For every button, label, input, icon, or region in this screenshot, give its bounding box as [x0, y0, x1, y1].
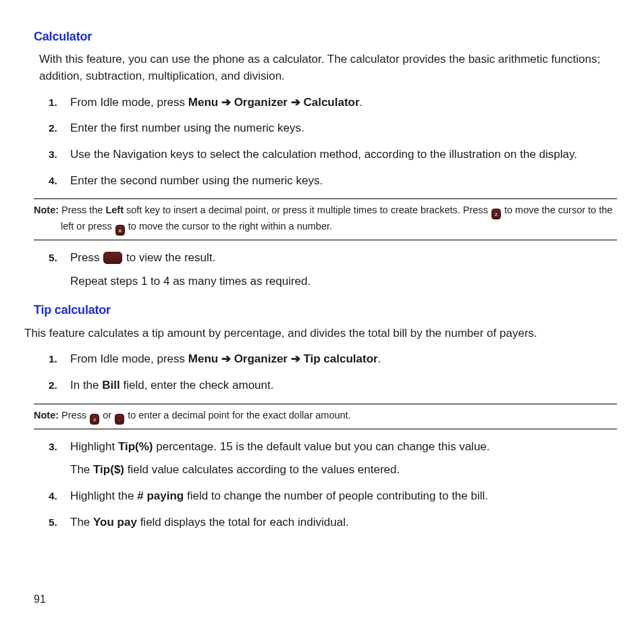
tip-heading: Tip calculator: [34, 302, 617, 318]
step-number: 5.: [49, 514, 70, 531]
step-number: 2.: [49, 377, 70, 394]
step-body: Enter the second number using the numeri…: [70, 173, 617, 190]
step-number: 4.: [49, 173, 70, 190]
step-body: Highlight Tip(%) percentage. 15 is the d…: [70, 439, 617, 479]
calculator-intro: With this feature, you can use the phone…: [39, 51, 617, 84]
step-number: 1.: [49, 95, 70, 111]
star-key-icon: z: [90, 414, 99, 425]
hash-key-icon: a: [115, 225, 125, 236]
ok-key-icon: [103, 252, 122, 264]
step-body: From Idle mode, press Menu ➔ Organizer ➔…: [70, 351, 617, 368]
step-body: Use the Navigation keys to select the ca…: [70, 146, 617, 163]
step-body: Enter the first number using the numeric…: [70, 120, 617, 137]
step-number: 4.: [49, 488, 70, 505]
step-number: 5.: [49, 250, 70, 290]
tip-intro: This feature calculates a tip amount by …: [24, 325, 617, 342]
step-number: 1.: [49, 351, 70, 368]
dot-key-icon: .: [115, 414, 124, 425]
step-body: In the Bill field, enter the check amoun…: [70, 377, 617, 394]
step-body: The You pay field displays the total for…: [70, 514, 617, 531]
note-label: Note:: [34, 205, 59, 215]
page-number: 91: [34, 592, 46, 607]
step-number: 3.: [49, 439, 70, 479]
step-body: From Idle mode, press Menu ➔ Organizer ➔…: [70, 95, 617, 111]
calculator-heading: Calculator: [34, 28, 617, 45]
step-body: Highlight the # paying field to change t…: [70, 488, 617, 505]
tip-note: Note: Press z or . to enter a decimal po…: [34, 404, 617, 429]
tip-steps: 1. From Idle mode, press Menu ➔ Organize…: [49, 351, 617, 394]
calculator-steps-cont: 5. Press to view the result. Repeat step…: [49, 250, 617, 290]
star-key-icon: z: [491, 209, 501, 219]
step-body: Press to view the result. Repeat steps 1…: [70, 250, 617, 290]
note-label: Note:: [34, 410, 59, 421]
step-number: 2.: [49, 120, 70, 137]
step-number: 3.: [49, 146, 70, 163]
calculator-note: Note: Press the Left soft key to insert …: [34, 198, 617, 240]
calculator-steps: 1. From Idle mode, press Menu ➔ Organize…: [49, 95, 617, 190]
tip-steps-cont: 3. Highlight Tip(%) percentage. 15 is th…: [49, 439, 617, 531]
